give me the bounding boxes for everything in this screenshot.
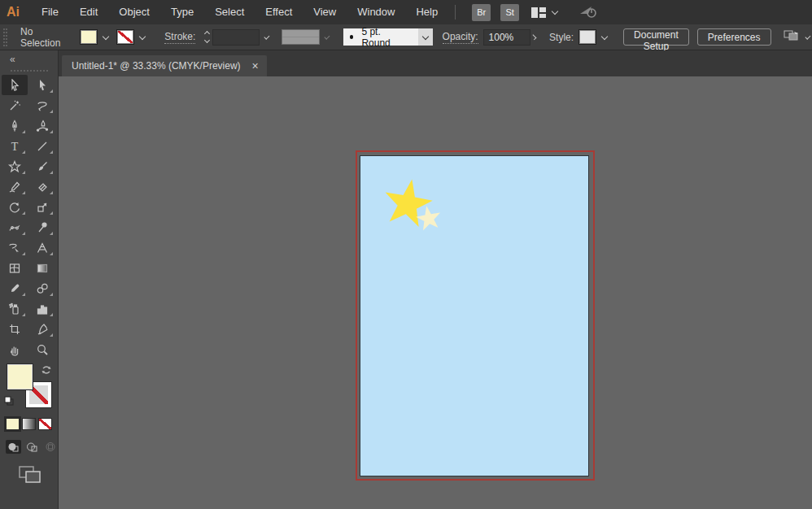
scale-tool[interactable] bbox=[29, 197, 55, 217]
draw-inside-button bbox=[42, 440, 58, 454]
menu-view[interactable]: View bbox=[303, 0, 347, 24]
paintbrush-tool[interactable] bbox=[29, 156, 55, 176]
chevron-down-icon bbox=[422, 33, 429, 39]
star-shape-tool[interactable] bbox=[2, 156, 28, 176]
menu-help[interactable]: Help bbox=[405, 0, 448, 24]
eyedropper-tool[interactable] bbox=[2, 278, 28, 298]
symbol-sprayer-tool[interactable] bbox=[2, 298, 28, 319]
gradient-button[interactable] bbox=[22, 418, 36, 430]
stroke-weight-stepper[interactable] bbox=[205, 32, 209, 42]
tools-panel: « T bbox=[0, 50, 59, 509]
preferences-button[interactable]: Preferences bbox=[697, 28, 771, 46]
illustrator-logo: Ai bbox=[7, 5, 20, 20]
puppet-warp-tool[interactable] bbox=[29, 217, 55, 237]
curvature-tool[interactable] bbox=[29, 115, 55, 136]
menu-edit[interactable]: Edit bbox=[69, 0, 108, 24]
close-icon[interactable]: × bbox=[252, 60, 259, 72]
lasso-tool[interactable] bbox=[29, 95, 55, 115]
menu-select[interactable]: Select bbox=[204, 0, 255, 24]
draw-behind-button[interactable] bbox=[24, 440, 40, 454]
chevron-right-icon[interactable] bbox=[530, 34, 536, 40]
panel-grip-icon[interactable] bbox=[11, 70, 48, 73]
brush-definition-value[interactable]: 5 pt. Round bbox=[343, 28, 419, 46]
hand-tool[interactable] bbox=[2, 339, 28, 359]
svg-text:T: T bbox=[11, 141, 18, 153]
style-dropdown[interactable] bbox=[578, 29, 610, 45]
gradient-tool[interactable] bbox=[29, 258, 55, 278]
panel-grip-icon[interactable] bbox=[3, 28, 7, 46]
chevron-up-icon[interactable] bbox=[204, 31, 210, 37]
opacity-label[interactable]: Opacity: bbox=[443, 31, 478, 44]
stroke-weight-label[interactable]: Stroke: bbox=[164, 31, 195, 44]
eraser-tool[interactable] bbox=[29, 176, 55, 197]
document-tab-title: Untitled-1* @ 33.33% (CMYK/Preview) bbox=[72, 60, 241, 72]
chevron-down-icon[interactable] bbox=[264, 33, 270, 39]
blend-tool[interactable] bbox=[29, 278, 55, 298]
shaper-tool[interactable] bbox=[2, 176, 28, 197]
width-tool[interactable] bbox=[2, 217, 28, 237]
align-options-icon[interactable] bbox=[783, 29, 801, 45]
mesh-tool[interactable] bbox=[2, 258, 28, 278]
chevron-down-icon bbox=[601, 33, 608, 39]
chevron-down-icon[interactable] bbox=[805, 33, 810, 39]
line-segment-tool[interactable] bbox=[29, 136, 55, 156]
swap-fill-stroke-icon[interactable] bbox=[41, 364, 52, 379]
type-tool[interactable]: T bbox=[2, 136, 28, 156]
chevron-down-icon bbox=[103, 33, 109, 39]
paint-style-row bbox=[0, 418, 58, 430]
chevron-down-icon[interactable] bbox=[204, 37, 210, 43]
menu-effect[interactable]: Effect bbox=[255, 0, 303, 24]
menu-window[interactable]: Window bbox=[347, 0, 405, 24]
panel-collapse-button[interactable]: « bbox=[0, 50, 58, 67]
document-setup-button[interactable]: Document Setup bbox=[623, 28, 689, 46]
chevron-down-icon bbox=[324, 33, 330, 39]
direct-selection-tool[interactable] bbox=[29, 75, 55, 95]
share-publish-icon[interactable] bbox=[578, 4, 598, 21]
document-tab[interactable]: Untitled-1* @ 33.33% (CMYK/Preview) × bbox=[62, 55, 267, 76]
illustrator-window: Ai File Edit Object Type Select Effect V… bbox=[0, 0, 812, 509]
column-graph-tool[interactable] bbox=[29, 298, 55, 319]
width-profile-dropdown[interactable] bbox=[282, 29, 320, 45]
fill-color-swatch[interactable] bbox=[80, 29, 98, 45]
chevron-down-icon bbox=[139, 33, 146, 39]
small-star-shape[interactable] bbox=[414, 204, 443, 233]
brush-definition-dropdown[interactable]: 5 pt. Round bbox=[343, 28, 433, 46]
none-button[interactable] bbox=[38, 418, 52, 430]
control-bar: No Selection Stroke: 5 pt. Round Opacity… bbox=[0, 24, 812, 50]
canvas[interactable] bbox=[59, 76, 812, 509]
brush-dropdown-button[interactable] bbox=[418, 28, 432, 46]
default-fill-stroke-icon[interactable] bbox=[4, 395, 15, 410]
pen-tool[interactable] bbox=[2, 115, 28, 136]
menu-object[interactable]: Object bbox=[108, 0, 160, 24]
shape-builder-tool[interactable] bbox=[2, 237, 28, 258]
selection-status: No Selection bbox=[20, 26, 60, 49]
color-button[interactable] bbox=[6, 418, 20, 430]
slice-tool[interactable] bbox=[29, 319, 55, 339]
zoom-tool[interactable] bbox=[29, 339, 55, 359]
style-swatch[interactable] bbox=[578, 29, 596, 45]
draw-normal-button[interactable] bbox=[6, 440, 21, 454]
stroke-color-dropdown[interactable] bbox=[116, 29, 148, 45]
menu-type[interactable]: Type bbox=[160, 0, 204, 24]
fill-proxy-swatch[interactable] bbox=[7, 364, 33, 389]
stroke-weight-field[interactable] bbox=[212, 29, 260, 46]
stock-button[interactable]: St bbox=[500, 4, 519, 21]
brush-dot-icon bbox=[350, 35, 354, 39]
menu-file[interactable]: File bbox=[31, 0, 69, 24]
drawing-mode-row bbox=[0, 440, 58, 454]
artboard-tool[interactable] bbox=[2, 319, 28, 339]
selection-tool[interactable] bbox=[2, 75, 28, 95]
fill-color-dropdown[interactable] bbox=[80, 29, 111, 45]
magic-wand-tool[interactable] bbox=[2, 95, 28, 115]
style-label: Style: bbox=[549, 32, 574, 43]
screen-mode-button[interactable] bbox=[18, 465, 58, 488]
workspace-switcher-icon[interactable] bbox=[530, 7, 561, 19]
stroke-color-swatch[interactable] bbox=[116, 29, 134, 45]
rotate-tool[interactable] bbox=[2, 197, 28, 217]
small-star-polygon[interactable] bbox=[416, 206, 440, 230]
fill-stroke-widget bbox=[0, 363, 58, 413]
document-tab-bar: Untitled-1* @ 33.33% (CMYK/Preview) × bbox=[59, 50, 812, 76]
bridge-button[interactable]: Br bbox=[472, 4, 491, 21]
perspective-grid-tool[interactable] bbox=[29, 237, 55, 258]
opacity-field[interactable]: 100% bbox=[483, 29, 530, 46]
